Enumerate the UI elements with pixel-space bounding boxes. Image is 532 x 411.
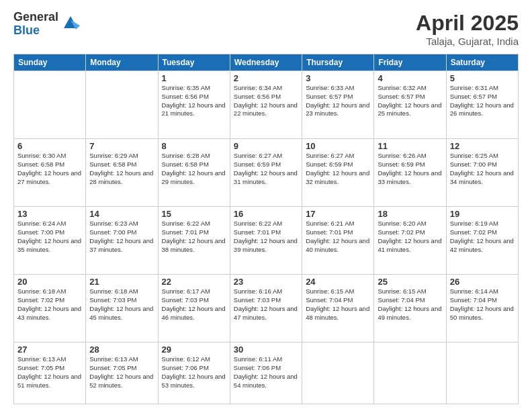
page: General Blue April 2025 Talaja, Gujarat,… — [0, 0, 532, 411]
day-number: 9 — [234, 141, 298, 151]
month-title: April 2025 — [416, 11, 519, 36]
day-info: Sunrise: 6:31 AM Sunset: 6:57 PM Dayligh… — [450, 84, 515, 118]
day-number: 23 — [234, 277, 298, 287]
day-info: Sunrise: 6:19 AM Sunset: 7:02 PM Dayligh… — [450, 220, 515, 254]
day-info: Sunrise: 6:35 AM Sunset: 6:56 PM Dayligh… — [162, 84, 226, 118]
day-number: 10 — [306, 141, 370, 151]
calendar-week-row: 6Sunrise: 6:30 AM Sunset: 6:58 PM Daylig… — [14, 139, 519, 207]
calendar-cell: 13Sunrise: 6:24 AM Sunset: 7:00 PM Dayli… — [14, 207, 86, 275]
calendar-cell — [86, 71, 158, 139]
calendar-cell: 18Sunrise: 6:20 AM Sunset: 7:02 PM Dayli… — [374, 207, 446, 275]
day-info: Sunrise: 6:15 AM Sunset: 7:04 PM Dayligh… — [378, 287, 442, 322]
calendar-cell: 3Sunrise: 6:33 AM Sunset: 6:57 PM Daylig… — [302, 71, 374, 139]
calendar-cell: 1Sunrise: 6:35 AM Sunset: 6:56 PM Daylig… — [158, 71, 230, 139]
day-number: 14 — [89, 209, 154, 219]
day-info: Sunrise: 6:27 AM Sunset: 6:59 PM Dayligh… — [306, 152, 370, 186]
day-info: Sunrise: 6:27 AM Sunset: 6:59 PM Dayligh… — [234, 152, 298, 186]
calendar-cell — [446, 342, 518, 404]
day-number: 4 — [378, 73, 442, 83]
day-info: Sunrise: 6:34 AM Sunset: 6:56 PM Dayligh… — [234, 84, 298, 118]
calendar-week-row: 1Sunrise: 6:35 AM Sunset: 6:56 PM Daylig… — [14, 71, 519, 139]
calendar-cell: 6Sunrise: 6:30 AM Sunset: 6:58 PM Daylig… — [14, 139, 86, 207]
title-block: April 2025 Talaja, Gujarat, India — [416, 11, 519, 47]
day-number: 17 — [306, 209, 370, 219]
day-of-week-header: Monday — [86, 54, 158, 71]
calendar-cell: 17Sunrise: 6:21 AM Sunset: 7:01 PM Dayli… — [302, 207, 374, 275]
calendar-cell: 7Sunrise: 6:29 AM Sunset: 6:58 PM Daylig… — [86, 139, 158, 207]
day-number: 16 — [234, 209, 298, 219]
calendar-header-row: SundayMondayTuesdayWednesdayThursdayFrid… — [14, 54, 519, 71]
day-info: Sunrise: 6:18 AM Sunset: 7:03 PM Dayligh… — [89, 287, 154, 322]
day-number: 30 — [234, 345, 298, 355]
day-info: Sunrise: 6:32 AM Sunset: 6:57 PM Dayligh… — [378, 84, 442, 118]
calendar-cell: 10Sunrise: 6:27 AM Sunset: 6:59 PM Dayli… — [302, 139, 374, 207]
day-of-week-header: Tuesday — [158, 54, 230, 71]
day-info: Sunrise: 6:28 AM Sunset: 6:58 PM Dayligh… — [162, 152, 226, 186]
calendar: SundayMondayTuesdayWednesdayThursdayFrid… — [13, 54, 519, 404]
day-number: 28 — [89, 345, 154, 355]
day-info: Sunrise: 6:22 AM Sunset: 7:01 PM Dayligh… — [162, 220, 226, 254]
calendar-cell: 23Sunrise: 6:16 AM Sunset: 7:03 PM Dayli… — [230, 275, 302, 342]
day-info: Sunrise: 6:18 AM Sunset: 7:02 PM Dayligh… — [17, 287, 82, 322]
day-number: 2 — [234, 73, 298, 83]
day-info: Sunrise: 6:14 AM Sunset: 7:04 PM Dayligh… — [450, 287, 515, 322]
day-number: 15 — [162, 209, 226, 219]
logo-general: General — [13, 11, 58, 24]
day-of-week-header: Saturday — [446, 54, 518, 71]
day-info: Sunrise: 6:16 AM Sunset: 7:03 PM Dayligh… — [234, 287, 298, 322]
day-info: Sunrise: 6:30 AM Sunset: 6:58 PM Dayligh… — [17, 152, 82, 186]
calendar-cell — [302, 342, 374, 404]
calendar-cell: 28Sunrise: 6:13 AM Sunset: 7:05 PM Dayli… — [86, 342, 158, 404]
calendar-week-row: 13Sunrise: 6:24 AM Sunset: 7:00 PM Dayli… — [14, 207, 519, 275]
logo: General Blue — [13, 11, 80, 38]
day-number: 7 — [89, 141, 154, 151]
logo-blue: Blue — [13, 24, 58, 38]
calendar-cell: 9Sunrise: 6:27 AM Sunset: 6:59 PM Daylig… — [230, 139, 302, 207]
day-number: 13 — [17, 209, 82, 219]
day-number: 19 — [450, 209, 515, 219]
logo-text: General Blue — [13, 11, 58, 38]
day-number: 12 — [450, 141, 515, 151]
calendar-cell: 4Sunrise: 6:32 AM Sunset: 6:57 PM Daylig… — [374, 71, 446, 139]
day-info: Sunrise: 6:15 AM Sunset: 7:04 PM Dayligh… — [306, 287, 370, 322]
day-info: Sunrise: 6:17 AM Sunset: 7:03 PM Dayligh… — [162, 287, 226, 322]
location: Talaja, Gujarat, India — [416, 36, 519, 47]
calendar-cell — [374, 342, 446, 404]
day-of-week-header: Wednesday — [230, 54, 302, 71]
day-info: Sunrise: 6:29 AM Sunset: 6:58 PM Dayligh… — [89, 152, 154, 186]
day-number: 18 — [378, 209, 442, 219]
day-number: 25 — [378, 277, 442, 287]
calendar-cell: 16Sunrise: 6:22 AM Sunset: 7:01 PM Dayli… — [230, 207, 302, 275]
day-of-week-header: Thursday — [302, 54, 374, 71]
calendar-cell: 30Sunrise: 6:11 AM Sunset: 7:06 PM Dayli… — [230, 342, 302, 404]
day-info: Sunrise: 6:21 AM Sunset: 7:01 PM Dayligh… — [306, 220, 370, 254]
calendar-cell: 25Sunrise: 6:15 AM Sunset: 7:04 PM Dayli… — [374, 275, 446, 342]
calendar-cell: 26Sunrise: 6:14 AM Sunset: 7:04 PM Dayli… — [446, 275, 518, 342]
day-of-week-header: Sunday — [14, 54, 86, 71]
day-number: 3 — [306, 73, 370, 83]
calendar-cell: 20Sunrise: 6:18 AM Sunset: 7:02 PM Dayli… — [14, 275, 86, 342]
calendar-cell: 29Sunrise: 6:12 AM Sunset: 7:06 PM Dayli… — [158, 342, 230, 404]
calendar-cell: 27Sunrise: 6:13 AM Sunset: 7:05 PM Dayli… — [14, 342, 86, 404]
calendar-cell: 12Sunrise: 6:25 AM Sunset: 7:00 PM Dayli… — [446, 139, 518, 207]
day-number: 8 — [162, 141, 226, 151]
day-number: 29 — [162, 345, 226, 355]
calendar-cell: 8Sunrise: 6:28 AM Sunset: 6:58 PM Daylig… — [158, 139, 230, 207]
calendar-week-row: 27Sunrise: 6:13 AM Sunset: 7:05 PM Dayli… — [14, 342, 519, 404]
day-info: Sunrise: 6:24 AM Sunset: 7:00 PM Dayligh… — [17, 220, 82, 254]
calendar-header: SundayMondayTuesdayWednesdayThursdayFrid… — [14, 54, 519, 71]
calendar-cell: 24Sunrise: 6:15 AM Sunset: 7:04 PM Dayli… — [302, 275, 374, 342]
day-number: 1 — [162, 73, 226, 83]
day-info: Sunrise: 6:13 AM Sunset: 7:05 PM Dayligh… — [17, 355, 82, 390]
header: General Blue April 2025 Talaja, Gujarat,… — [13, 11, 519, 47]
day-info: Sunrise: 6:26 AM Sunset: 6:59 PM Dayligh… — [378, 152, 442, 186]
day-number: 5 — [450, 73, 515, 83]
day-number: 27 — [17, 345, 82, 355]
day-info: Sunrise: 6:13 AM Sunset: 7:05 PM Dayligh… — [89, 355, 154, 390]
day-info: Sunrise: 6:20 AM Sunset: 7:02 PM Dayligh… — [378, 220, 442, 254]
day-of-week-header: Friday — [374, 54, 446, 71]
calendar-cell: 5Sunrise: 6:31 AM Sunset: 6:57 PM Daylig… — [446, 71, 518, 139]
calendar-cell: 19Sunrise: 6:19 AM Sunset: 7:02 PM Dayli… — [446, 207, 518, 275]
calendar-cell — [14, 71, 86, 139]
day-info: Sunrise: 6:33 AM Sunset: 6:57 PM Dayligh… — [306, 84, 370, 118]
